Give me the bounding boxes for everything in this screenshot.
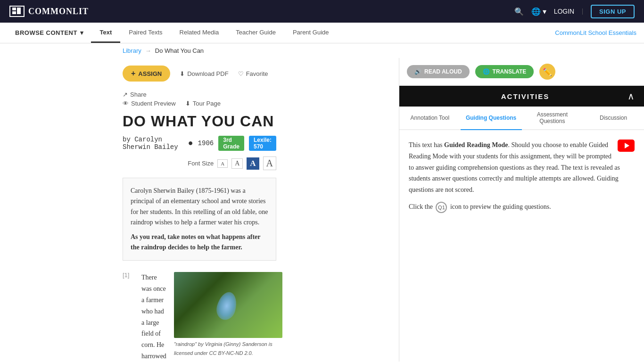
guided-mode-bold: Guided Reading Mode <box>444 141 508 148</box>
pencil-button[interactable]: ✏️ <box>539 64 555 80</box>
heart-icon: ♡ <box>238 70 244 77</box>
search-icon[interactable]: 🔍 <box>514 7 524 16</box>
school-essentials-link[interactable]: CommonLit School Essentials <box>555 29 636 36</box>
youtube-icon[interactable] <box>618 140 635 152</box>
font-size-medium[interactable]: A <box>231 158 243 169</box>
student-preview-link[interactable]: 👁 Student Preview <box>123 100 176 107</box>
browse-chevron-icon: ▾ <box>80 29 84 36</box>
tour-page-label: Tour Page <box>193 100 221 107</box>
tab-discussion[interactable]: Discussion <box>583 107 644 130</box>
story-image <box>174 272 282 338</box>
collapse-button[interactable]: ∧ <box>627 90 635 102</box>
favorite-label: Favorite <box>246 70 268 77</box>
globe-icon[interactable]: 🌐 ▾ <box>531 7 546 16</box>
secondary-nav-right: CommonLit School Essentials <box>555 23 636 43</box>
logo[interactable]: COMMONLIT <box>9 6 89 17</box>
click-text: Click the <box>409 203 433 210</box>
top-nav-right: 🔍 🌐 ▾ LOGIN | SIGN UP <box>514 5 635 18</box>
login-link[interactable]: LOGIN <box>554 8 575 15</box>
guided-body: . Should you choose to enable Guided Rea… <box>409 141 620 193</box>
translate-button[interactable]: 🌐 TRANSLATE <box>475 65 534 78</box>
action-bar: ASSIGN ⬇ Download PDF ♡ Favorite ↗ Share <box>123 66 276 98</box>
breadcrumb-arrow: → <box>145 47 151 54</box>
download-pdf-link[interactable]: ⬇ Download PDF <box>180 70 228 77</box>
guided-intro: This text has <box>409 141 444 148</box>
tab-text[interactable]: Text <box>91 23 120 43</box>
svg-rect-2 <box>17 8 21 14</box>
browse-content-label: BROWSE CONTENT <box>15 29 77 36</box>
font-size-large[interactable]: A <box>247 157 259 170</box>
assign-button[interactable]: ASSIGN <box>123 66 170 82</box>
content-tabs: Text Paired Texts Related Media Teacher … <box>91 23 337 43</box>
tab-assessment-questions[interactable]: Assessment Questions <box>522 107 583 130</box>
description-text: Carolyn Sherwin Bailey (1875-1961) was a… <box>131 186 268 228</box>
q1-icon: Q1 <box>436 202 447 213</box>
font-size-label: Font Size <box>188 160 214 167</box>
activities-title: ACTIVITIES <box>423 92 627 100</box>
reading-prompt-bold: As you read, take notes on what happens … <box>131 233 260 251</box>
student-preview-label: Student Preview <box>131 100 176 107</box>
activities-bar: ACTIVITIES ∧ <box>399 86 644 107</box>
paragraph-number-1: [1] <box>123 270 134 362</box>
logo-icon <box>9 6 25 17</box>
speaker-icon: 🔊 <box>414 68 421 75</box>
read-aloud-button[interactable]: 🔊 READ ALOUD <box>407 65 470 78</box>
text-image-area: There was once a farmer who had a large … <box>141 272 282 362</box>
text-content-area: ASSIGN ⬇ Download PDF ♡ Favorite ↗ Share… <box>0 58 399 362</box>
tab-teacher-guide[interactable]: Teacher Guide <box>227 23 284 43</box>
click-end: icon to preview the guiding questions. <box>450 203 551 210</box>
browse-content-button[interactable]: BROWSE CONTENT ▾ <box>8 23 91 43</box>
eye-icon: 👁 <box>123 100 129 107</box>
description-box: Carolyn Sherwin Bailey (1875-1961) was a… <box>123 178 276 261</box>
text-author: by Carolyn Sherwin Bailey <box>123 136 183 151</box>
secondary-navigation: BROWSE CONTENT ▾ Text Paired Texts Relat… <box>0 23 644 43</box>
activities-panel: 🔊 READ ALOUD 🌐 TRANSLATE ✏️ ACTIVITIES ∧… <box>399 58 644 362</box>
text-year: 1906 <box>198 140 214 147</box>
read-aloud-label: READ ALOUD <box>424 68 462 75</box>
translate-label: TRANSLATE <box>493 68 527 75</box>
top-navigation: COMMONLIT 🔍 🌐 ▾ LOGIN | SIGN UP <box>0 0 644 23</box>
share-link[interactable]: ↗ Share <box>123 91 147 98</box>
para-1-text-1: There was once a farmer who had a large … <box>141 274 166 360</box>
tour-icon: ⬇ <box>185 100 190 107</box>
tab-annotation-tool[interactable]: Annotation Tool <box>399 107 461 130</box>
secondary-nav-left: BROWSE CONTENT ▾ Text Paired Texts Relat… <box>8 23 338 43</box>
text-meta: by Carolyn Sherwin Bailey ● 1906 3rd Gra… <box>123 136 276 151</box>
activity-content: This text has Guided Reading Mode. Shoul… <box>399 130 644 362</box>
svg-rect-1 <box>12 11 16 14</box>
guided-reading-paragraph: This text has Guided Reading Mode. Shoul… <box>409 140 635 196</box>
globe-translate-icon: 🌐 <box>483 68 490 75</box>
signup-button[interactable]: SIGN UP <box>591 5 635 18</box>
favorite-link[interactable]: ♡ Favorite <box>238 70 268 77</box>
image-caption: "raindrop" by Virginia (Ginny) Sanderson… <box>174 340 282 357</box>
paragraph-1-content: There was once a farmer who had a large … <box>141 270 282 362</box>
tab-related-media[interactable]: Related Media <box>171 23 228 43</box>
pencil-icon: ✏️ <box>543 67 552 76</box>
nav-divider: | <box>582 8 583 15</box>
paragraph-1: [1] There was once a farmer who had a la… <box>123 270 276 362</box>
text-title: DO WHAT YOU CAN <box>123 113 276 130</box>
main-layout: ASSIGN ⬇ Download PDF ♡ Favorite ↗ Share… <box>0 58 644 362</box>
activity-tabs: Annotation Tool Guiding Questions Assess… <box>399 107 644 130</box>
breadcrumb-library[interactable]: Library <box>123 47 141 54</box>
breadcrumb-current: Do What You Can <box>155 47 204 54</box>
description-content: Carolyn Sherwin Bailey (1875-1961) was a… <box>131 187 268 226</box>
tab-guiding-questions[interactable]: Guiding Questions <box>461 107 522 130</box>
tab-parent-guide[interactable]: Parent Guide <box>284 23 338 43</box>
font-size-controls: Font Size A A A A <box>123 156 276 170</box>
tour-page-link[interactable]: ⬇ Tour Page <box>185 100 221 107</box>
svg-rect-0 <box>12 8 16 10</box>
breadcrumb: Library → Do What You Can <box>0 43 644 58</box>
download-icon: ⬇ <box>180 70 185 77</box>
font-size-small[interactable]: A <box>217 159 228 168</box>
grade-badge: 3rd Grade <box>218 136 244 151</box>
reading-prompt: As you read, take notes on what happens … <box>131 232 268 253</box>
guiding-questions-content: This text has Guided Reading Mode. Shoul… <box>409 140 635 213</box>
meta-dot: ● <box>188 139 193 148</box>
secondary-action-bar: 👁 Student Preview ⬇ Tour Page <box>123 100 276 107</box>
font-size-xlarge[interactable]: A <box>263 156 276 170</box>
download-pdf-label: Download PDF <box>187 70 228 77</box>
guided-click-instruction: Click the Q1 icon to preview the guiding… <box>409 201 635 213</box>
logo-text: COMMONLIT <box>28 7 89 16</box>
tab-paired-texts[interactable]: Paired Texts <box>120 23 171 43</box>
